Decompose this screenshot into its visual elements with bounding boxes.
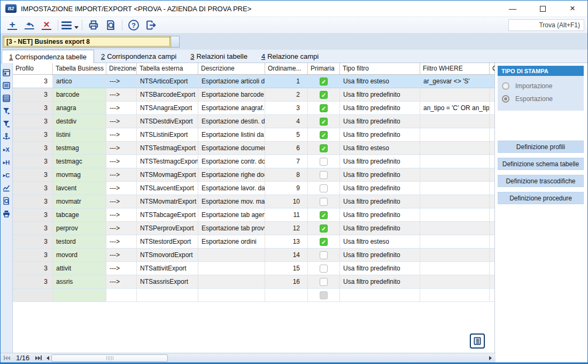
- cell-primaria[interactable]: ✓: [308, 235, 340, 248]
- cell-primaria[interactable]: [308, 289, 340, 301]
- cell-profilo[interactable]: 3: [13, 142, 53, 154]
- cell-descrizione[interactable]: Esportazione righe doc. ...: [198, 168, 265, 181]
- cell-primaria[interactable]: [308, 155, 340, 168]
- cell-tipo-filtro[interactable]: [340, 289, 420, 301]
- anchor-button[interactable]: [1, 130, 12, 143]
- cell-primaria[interactable]: ✓: [308, 102, 340, 114]
- cell-descrizione[interactable]: Esportazione destin. div....: [198, 115, 265, 128]
- primaria-checkbox[interactable]: [320, 265, 328, 273]
- cell-tabella-business[interactable]: movmag: [53, 168, 106, 181]
- close-button[interactable]: ×: [558, 1, 587, 17]
- first-record-button[interactable]: [4, 355, 10, 360]
- cell-ordinamento[interactable]: 15: [265, 262, 308, 275]
- cell-ordinamento[interactable]: 12: [265, 222, 308, 235]
- cell-tabella-business[interactable]: testmag: [53, 142, 106, 154]
- cell-profilo[interactable]: 3: [13, 235, 53, 248]
- cell-filtro-where[interactable]: [420, 208, 490, 221]
- cell-ordinamento[interactable]: 13: [265, 235, 308, 248]
- cell-tipo-filtro[interactable]: Usa filtro predefinito: [340, 168, 420, 181]
- column-header-ordinamento[interactable]: Ordiname...: [265, 63, 308, 74]
- column-header-tabella-esterna[interactable]: Tabella esterna: [137, 63, 198, 74]
- filter-clear-button[interactable]: [1, 118, 12, 130]
- cell-tabella-esterna[interactable]: NTSBarcodeExport: [137, 88, 198, 101]
- column-header-filtro-where[interactable]: Filtro WHERE: [420, 63, 490, 74]
- cell-tabella-business[interactable]: movord: [53, 249, 106, 261]
- cell-tabella-business[interactable]: destdiv: [53, 115, 106, 128]
- cell-tabella-business[interactable]: assris: [53, 275, 106, 288]
- cell-ordinamento[interactable]: 5: [265, 128, 308, 141]
- definition-button[interactable]: Definizione trascodifiche: [498, 175, 584, 187]
- cell-primaria[interactable]: ✓: [308, 142, 340, 154]
- cell-descrizione[interactable]: Esportazione mov. matric...: [198, 195, 265, 208]
- cell-extra[interactable]: [490, 115, 496, 128]
- cell-primaria[interactable]: ✓: [308, 222, 340, 235]
- horizontal-scrollbar[interactable]: [51, 354, 168, 362]
- cell-filtro-where[interactable]: [420, 289, 490, 301]
- minimize-button[interactable]: —: [498, 1, 528, 17]
- cell-tabella-esterna[interactable]: NTSArticoExport: [137, 75, 198, 88]
- table-row[interactable]: 3 listini ---> NTSListiniExport Esportaz…: [13, 128, 494, 142]
- cell-direzione[interactable]: --->: [106, 195, 137, 208]
- print-preview-button-side[interactable]: [1, 195, 12, 207]
- form-view-button[interactable]: [1, 66, 12, 79]
- filter-button[interactable]: [1, 105, 12, 118]
- list-view-button[interactable]: [1, 79, 12, 92]
- cell-tabella-esterna[interactable]: NTStestordExport: [137, 235, 198, 248]
- cell-filtro-where[interactable]: [420, 235, 490, 248]
- cell-extra[interactable]: [490, 262, 496, 275]
- cell-tabella-esterna[interactable]: NTSassrisExport: [137, 275, 198, 288]
- cell-tabella-esterna[interactable]: NTSMovmagExport: [137, 168, 198, 181]
- cell-tipo-filtro[interactable]: Usa filtro predefinito: [340, 182, 420, 195]
- cell-extra[interactable]: [490, 142, 496, 154]
- cell-tipo-filtro[interactable]: Usa filtro predefinito: [340, 262, 420, 275]
- cell-profilo[interactable]: 3: [13, 195, 53, 208]
- cell-filtro-where[interactable]: [420, 195, 490, 208]
- column-header-profilo[interactable]: Profilo: [13, 63, 53, 74]
- print-preview-button[interactable]: [103, 18, 119, 32]
- cell-direzione[interactable]: --->: [106, 168, 137, 181]
- cell-tipo-filtro[interactable]: Usa filtro predefinito: [340, 222, 420, 235]
- cell-tabella-business[interactable]: lavcent: [53, 182, 106, 195]
- cell-tabella-business[interactable]: attivit: [53, 262, 106, 275]
- cell-filtro-where[interactable]: [420, 275, 490, 288]
- primaria-checkbox[interactable]: ✓: [320, 211, 328, 219]
- cell-tipo-filtro[interactable]: Usa filtro esteso: [340, 142, 420, 154]
- cell-descrizione[interactable]: Esportazione articoli da B...: [198, 75, 265, 88]
- table-row[interactable]: 3 artico ---> NTSArticoExport Esportazio…: [13, 75, 494, 88]
- cell-tabella-esterna[interactable]: NTSTestmagcExport: [137, 155, 198, 168]
- table-row[interactable]: 3 movmatr ---> NTSMovmatrExport Esportaz…: [13, 195, 494, 208]
- cell-descrizione[interactable]: [198, 249, 265, 261]
- column-header-direzione[interactable]: Direzione: [106, 63, 137, 74]
- primaria-checkbox[interactable]: ✓: [320, 104, 328, 112]
- cell-ordinamento[interactable]: 9: [265, 182, 308, 195]
- cell-ordinamento[interactable]: [265, 289, 308, 301]
- cell-tabella-business[interactable]: testmagc: [53, 155, 106, 168]
- cell-extra[interactable]: [490, 208, 496, 221]
- cell-direzione[interactable]: --->: [106, 155, 137, 168]
- cell-extra[interactable]: [490, 182, 496, 195]
- cell-tabella-business[interactable]: movmatr: [53, 195, 106, 208]
- cell-tabella-esterna[interactable]: NTSMovmatrExport: [137, 195, 198, 208]
- cell-tabella-business[interactable]: anagra: [53, 102, 106, 114]
- cell-tabella-esterna[interactable]: NTSmovordExport: [137, 249, 198, 261]
- cell-descrizione[interactable]: [198, 289, 265, 301]
- table-row[interactable]: 3 movmag ---> NTSMovmagExport Esportazio…: [13, 168, 494, 182]
- tab[interactable]: 2Corrispondenza campi: [94, 50, 183, 63]
- cell-tabella-business[interactable]: perprov: [53, 222, 106, 235]
- cell-descrizione[interactable]: Esportazione lavor. da B...: [198, 182, 265, 195]
- cell-descrizione[interactable]: [198, 275, 265, 288]
- cell-direzione[interactable]: [106, 289, 137, 301]
- delete-button[interactable]: ✕: [38, 18, 55, 32]
- cell-extra[interactable]: [490, 88, 496, 101]
- tab[interactable]: 1Corrispondenza tabelle: [2, 50, 94, 63]
- cell-tabella-business[interactable]: barcode: [53, 88, 106, 101]
- cell-ordinamento[interactable]: 2: [265, 88, 308, 101]
- cell-filtro-where[interactable]: [420, 168, 490, 181]
- cell-profilo[interactable]: 3: [13, 208, 53, 221]
- cell-primaria[interactable]: ✓: [308, 88, 340, 101]
- cell-filtro-where[interactable]: [420, 182, 490, 195]
- column-header-primaria[interactable]: Primaria: [308, 63, 340, 74]
- cell-filtro-where[interactable]: [420, 222, 490, 235]
- cell-tabella-esterna[interactable]: [137, 289, 198, 301]
- cell-extra[interactable]: [490, 75, 496, 88]
